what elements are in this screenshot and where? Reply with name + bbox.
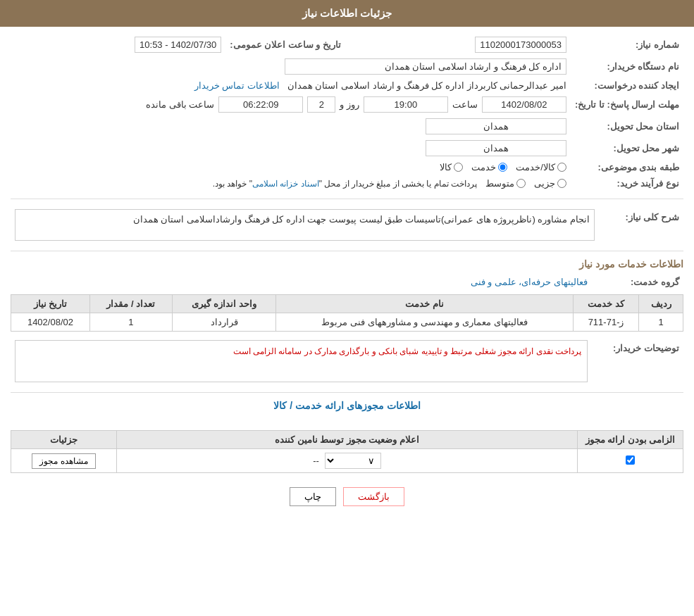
shahr-value: همدان: [426, 140, 566, 156]
tarikh-aalan-label: تاریخ و ساعت اعلان عمومی:: [225, 34, 345, 56]
tabaqe-radio-group: کالا/خدمت خدمت کالا: [15, 162, 566, 172]
col-elzami: الزامی بودن ارائه مجوز: [578, 431, 683, 449]
info-table: شماره نیاز: 1102000173000053 تاریخ و ساع…: [11, 34, 683, 191]
col-vahed: واحد اندازه گیری: [172, 295, 275, 313]
table-row: 1 ز-71-711 فعالیتهای معماری و مهندسی و م…: [11, 313, 683, 332]
remaining-value: 06:22:09: [218, 96, 303, 113]
license-row: ∨ -- مشاهده مجوز: [11, 449, 683, 473]
rooz-value: 2: [307, 96, 335, 113]
tarikh-aalan-value: 1402/07/30 - 10:53: [135, 37, 221, 53]
radio-kala-khadamat[interactable]: کالا/خدمت: [516, 162, 566, 172]
row-code: ز-71-711: [573, 313, 639, 332]
page-title: جزئیات اطلاعات نیاز: [302, 7, 392, 19]
shomara-value: 1102000173000053: [475, 37, 566, 53]
radio-motevaset[interactable]: متوسط: [485, 178, 526, 189]
services-section-title: اطلاعات خدمات مورد نیاز: [11, 258, 683, 270]
row-name: فعالیتهای معماری و مهندسی و مشاورههای فن…: [276, 313, 573, 332]
col-name: نام خدمت: [276, 295, 573, 313]
alam-value: --: [313, 455, 319, 466]
etelaat-link[interactable]: اطلاعات تماس خریدار: [194, 80, 280, 91]
col-code: کد خدمت: [573, 295, 639, 313]
buyer-note-value: پرداخت نقدی ارائه مجوز شغلی مرتبط و تایی…: [15, 340, 588, 382]
nam-dastgah-label: نام دستگاه خریدار:: [571, 56, 683, 77]
nooe-farayand-label: نوع فرآیند خرید:: [571, 175, 683, 191]
row-tedad: 1: [89, 313, 172, 332]
date-value: 1402/08/02: [482, 96, 566, 113]
ostan-label: استان محل تحویل:: [571, 115, 683, 137]
col-alam: اعلام وضعیت مجوز توسط نامین کننده: [117, 431, 578, 449]
print-button[interactable]: چاپ: [290, 487, 336, 506]
separator-3: [11, 392, 683, 393]
nooe-farayand-group: جزیی متوسط پرداخت تمام یا بخشی از مبلغ خ…: [15, 178, 566, 189]
purchase-note: پرداخت تمام یا بخشی از مبلغ خریدار از مح…: [213, 179, 477, 189]
license-table: الزامی بودن ارائه مجوز اعلام وضعیت مجوز …: [11, 430, 683, 473]
saat-label: ساعت: [452, 99, 478, 110]
buyer-note-table: توضیحات خریدار: پرداخت نقدی ارائه مجوز ش…: [11, 337, 683, 385]
col-tarikh: تاریخ نیاز: [11, 295, 90, 313]
radio-jozii[interactable]: جزیی: [534, 178, 566, 189]
mohlat-label: مهلت ارسال پاسخ: تا تاریخ:: [571, 94, 683, 115]
remaining-label: ساعت باقی مانده: [146, 99, 214, 110]
saat-value: 19:00: [364, 96, 448, 113]
col-joziat: جزئیات: [11, 431, 117, 449]
sharh-label: شرح کلی نیاز:: [599, 206, 683, 244]
sharh-table: شرح کلی نیاز: انجام مشاوره (ناظرپروژه ها…: [11, 206, 683, 244]
shahr-label: شهر محل تحویل:: [571, 137, 683, 159]
page-header: جزئیات اطلاعات نیاز: [0, 0, 694, 27]
ijad-konande-label: ایجاد کننده درخواست:: [571, 77, 683, 94]
grooh-label: گروه خدمت:: [592, 274, 683, 290]
services-table: ردیف کد خدمت نام خدمت واحد اندازه گیری ت…: [11, 294, 683, 332]
separator-2: [11, 251, 683, 251]
radio-khadamat[interactable]: خدمت: [471, 162, 507, 172]
grooh-value[interactable]: فعالیتهای حرفه‌ای، علمی و فنی: [471, 277, 588, 287]
bottom-buttons: بازگشت چاپ: [11, 487, 683, 506]
view-license-btn[interactable]: مشاهده مجوز: [32, 453, 95, 469]
shomara-label: شماره نیاز:: [571, 34, 683, 56]
row-tarikh: 1402/08/02: [11, 313, 90, 332]
nam-dastgah-value: اداره کل فرهنگ و ارشاد اسلامی استان همدا…: [285, 58, 566, 75]
alam-select[interactable]: ∨: [325, 453, 381, 469]
back-button[interactable]: بازگشت: [343, 487, 404, 506]
row-vahed: قرارداد: [172, 313, 275, 332]
row-radif: 1: [639, 313, 683, 332]
col-tedad: تعداد / مقدار: [89, 295, 172, 313]
ijad-konande-value: امیر عبدالرحمانی کاربرداز اداره کل فرهنگ…: [287, 80, 566, 91]
buyer-note-label: توضیحات خریدار:: [592, 337, 683, 385]
separator-1: [11, 199, 683, 199]
rooz-label: روز و: [340, 99, 359, 110]
main-content: شماره نیاز: 1102000173000053 تاریخ و ساع…: [0, 27, 694, 527]
radio-kala[interactable]: کالا: [440, 162, 463, 172]
col-radif: ردیف: [639, 295, 683, 313]
elzami-checkbox[interactable]: [626, 455, 635, 465]
grooh-table: گروه خدمت: فعالیتهای حرفه‌ای، علمی و فنی: [11, 274, 683, 290]
page-wrapper: جزئیات اطلاعات نیاز شماره نیاز: 11020001…: [0, 0, 694, 616]
tabaqe-label: طبقه بندی موضوعی:: [571, 159, 683, 175]
sharh-value: انجام مشاوره (ناظرپروژه های عمرانی)تاسیس…: [15, 209, 595, 241]
licenses-section-title: اطلاعات مجوزهای ارائه خدمت / کالا: [11, 400, 683, 411]
ostan-value: همدان: [426, 118, 566, 134]
